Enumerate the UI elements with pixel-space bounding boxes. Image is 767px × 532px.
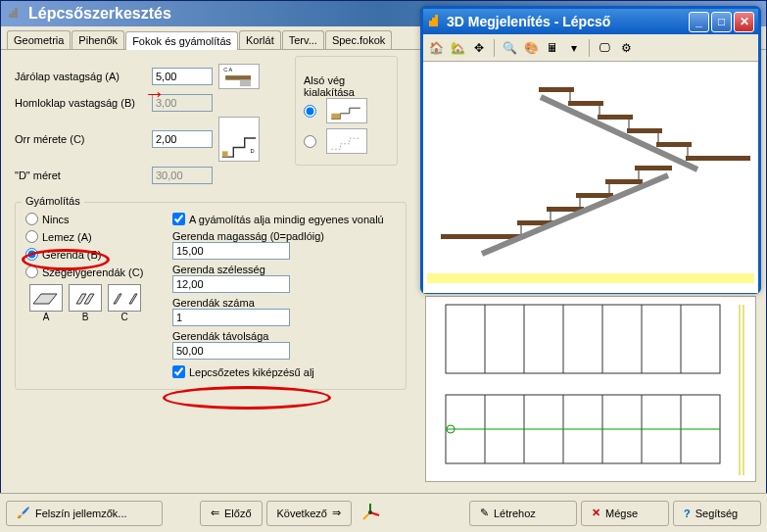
svg-rect-35 — [627, 128, 662, 133]
preview-titlebar[interactable]: 3D Megjelenítés - Lépcső _ □ ✕ — [423, 9, 758, 34]
svg-rect-36 — [656, 142, 692, 147]
maximize-button[interactable]: □ — [711, 12, 732, 32]
svg-text:C A: C A — [223, 67, 232, 73]
alsoveg-group: Alsó vég kialakítása — [295, 56, 398, 166]
svg-text:D: D — [250, 148, 254, 154]
check-egyenes[interactable]: A gyámolítás alja mindig egyenes vonalú — [172, 213, 396, 225]
elozo-button[interactable]: ⇐ Előző — [200, 501, 263, 526]
preview-window[interactable]: 3D Megjelenítés - Lépcső _ □ ✕ 🏠 🏡 ✥ 🔍 🎨… — [420, 6, 761, 294]
radio-lemez[interactable]: Lemez (A) — [25, 230, 172, 243]
gyamolitas-icons-row: A B C — [29, 284, 172, 322]
preview-highlight-bar — [427, 273, 754, 283]
orr-input[interactable] — [152, 130, 213, 148]
preview-title: 3D Megjelenítés - Lépcső — [447, 14, 689, 29]
svg-rect-5 — [240, 80, 251, 86]
tab-terv[interactable]: Terv... — [282, 30, 324, 49]
step-profile-icon-top: C A — [218, 64, 260, 89]
svg-point-28 — [368, 510, 372, 514]
dmeret-input — [152, 167, 213, 184]
gerendak-szama-label: Gerendák száma — [172, 297, 396, 309]
svg-rect-9 — [446, 305, 720, 373]
screen-icon[interactable]: 🖵 — [596, 39, 613, 57]
svg-rect-38 — [635, 166, 672, 170]
preview-toolbar: 🏠 🏡 ✥ 🔍 🎨 🖩 ▾ 🖵 ⚙ — [423, 34, 758, 62]
dropdown-icon[interactable]: ▾ — [565, 39, 583, 57]
move-icon[interactable]: ✥ — [470, 39, 488, 57]
svg-rect-32 — [539, 87, 574, 92]
close-button[interactable]: ✕ — [734, 12, 754, 32]
home-icon[interactable]: 🏠 — [427, 39, 445, 57]
svg-rect-40 — [576, 193, 613, 198]
svg-rect-0 — [9, 14, 12, 18]
dmeret-label: "D" méret — [15, 169, 152, 181]
orr-label: Orr mérete (C) — [15, 133, 152, 145]
tab-specfokok[interactable]: Spec.fokok — [325, 30, 392, 49]
close-icon: ✕ — [592, 507, 600, 519]
felszin-button[interactable]: 🖌️ Felszín jellemzők... — [6, 501, 163, 526]
svg-rect-29 — [429, 21, 432, 26]
alsoveg-icon-1 — [326, 98, 367, 123]
gy-icon-a — [29, 284, 63, 312]
gerendak-tav-input[interactable] — [172, 342, 290, 360]
main-title: Lépcsőszerkesztés — [28, 5, 171, 23]
step-profile-icon-side: D — [218, 117, 260, 162]
calc-icon[interactable]: 🖩 — [544, 39, 561, 57]
settings-icon[interactable]: ⚙ — [617, 39, 635, 57]
svg-rect-1 — [12, 11, 15, 18]
svg-rect-31 — [435, 15, 438, 26]
svg-rect-30 — [432, 18, 435, 26]
brush-icon: 🖌️ — [17, 507, 30, 519]
svg-rect-33 — [568, 101, 603, 106]
gerenda-magassag-input[interactable] — [172, 242, 290, 260]
gy-icon-b — [69, 284, 102, 312]
megse-button[interactable]: ✕ Mégse — [581, 501, 669, 526]
svg-rect-4 — [225, 75, 251, 80]
radio-gerenda[interactable]: Gerenda (B) — [25, 248, 172, 261]
radio-nincs[interactable]: Nincs — [25, 213, 172, 225]
tab-pihenok[interactable]: Pihenők — [72, 30, 124, 49]
bottom-bar: 🖌️ Felszín jellemzők... ⇐ Előző Következ… — [0, 493, 767, 532]
alsoveg-icon-2 — [326, 128, 367, 154]
axis-icon[interactable] — [360, 513, 381, 525]
kovetkezo-button[interactable]: Következő ⇒ — [266, 501, 352, 526]
gyamolitas-group: Gyámolítás Nincs Lemez (A) Gerenda (B) S… — [15, 202, 407, 390]
alsoveg-legend: Alsó vég kialakítása — [304, 74, 389, 98]
svg-rect-8 — [331, 114, 340, 120]
palette-icon[interactable]: 🎨 — [522, 39, 540, 57]
radio-szegely[interactable]: Szegélygerendák (C) — [25, 266, 172, 278]
gerendak-tav-label: Gerendák távolsága — [172, 330, 396, 342]
homloklap-label: Homloklap vastagság (B) — [15, 97, 152, 109]
help-icon: ? — [684, 508, 691, 519]
zoom-icon[interactable]: 🔍 — [501, 39, 518, 57]
tab-fokok-gyamolitas[interactable]: Fokok és gyámolítás — [125, 31, 238, 50]
annotation-circle-lepcsozetes — [163, 386, 331, 410]
preview-app-icon — [427, 13, 443, 31]
minimize-button[interactable]: _ — [689, 12, 709, 32]
arrow-right-icon: ⇒ — [332, 507, 341, 519]
gyamolitas-legend: Gyámolítás — [22, 195, 84, 207]
home-color-icon[interactable]: 🏡 — [449, 39, 466, 57]
svg-rect-39 — [605, 179, 643, 184]
gerenda-szelesseg-input[interactable] — [172, 275, 290, 293]
jarolap-input[interactable] — [152, 68, 213, 85]
svg-rect-37 — [686, 156, 750, 161]
jarolap-label: Járólap vastagság (A) — [15, 71, 152, 82]
letrehoz-button[interactable]: ✎ Létrehoz — [469, 501, 577, 526]
tab-geometria[interactable]: Geometria — [7, 30, 71, 49]
arrow-left-icon: ⇐ — [211, 507, 219, 519]
gerendak-szama-input[interactable] — [172, 309, 290, 326]
svg-rect-34 — [598, 115, 633, 120]
gerenda-szelesseg-label: Gerenda szélesség — [172, 264, 396, 275]
tab-korlat[interactable]: Korlát — [239, 30, 281, 49]
svg-rect-6 — [222, 151, 228, 157]
alsoveg-option-2[interactable] — [304, 128, 389, 154]
homloklap-input — [152, 94, 213, 112]
app-icon — [7, 4, 23, 24]
plan-view[interactable] — [425, 296, 756, 482]
alsoveg-option-1[interactable] — [304, 98, 389, 123]
preview-canvas[interactable] — [423, 62, 758, 293]
gerenda-magassag-label: Gerenda magasság (0=padlóig) — [172, 230, 396, 242]
segitseg-button[interactable]: ? Segítség — [673, 501, 761, 526]
check-lepcsozetes[interactable]: Lepcsőzetes kiképzésű alj — [172, 365, 396, 378]
gy-icon-c — [108, 284, 141, 312]
